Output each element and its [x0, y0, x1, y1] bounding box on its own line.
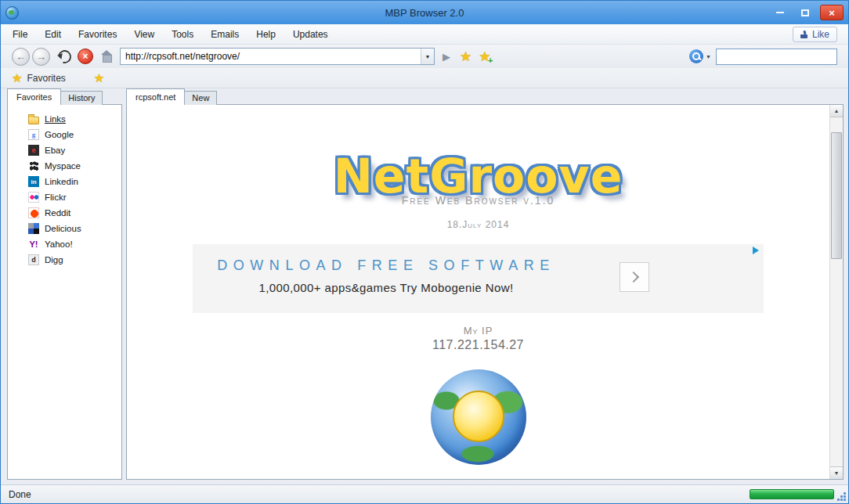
- sidebar-item-flickr[interactable]: Flickr: [8, 189, 121, 205]
- address-bar: ▼: [120, 48, 435, 65]
- minimize-icon: [776, 12, 784, 13]
- go-arrow-icon: ▶: [443, 51, 450, 63]
- address-input[interactable]: [121, 49, 421, 64]
- search-magnifier-icon[interactable]: [689, 49, 703, 63]
- delicious-icon: [28, 223, 39, 234]
- browser-window: MBP Browser 2.0 × File Edit Favorites Vi…: [0, 0, 849, 504]
- menu-file[interactable]: File: [4, 26, 36, 43]
- menu-edit[interactable]: Edit: [36, 26, 70, 43]
- ad-banner[interactable]: DOWNLOAD FREE SOFTWARE 1,000,000+ apps&g…: [193, 244, 764, 313]
- maximize-icon: [801, 9, 809, 16]
- sidebar-item-ebay[interactable]: e Ebay: [8, 142, 121, 158]
- chevron-right-icon: [627, 272, 638, 283]
- ad-text-block: DOWNLOAD FREE SOFTWARE 1,000,000+ apps&g…: [194, 244, 578, 294]
- page-date: 18.July 2014: [127, 219, 829, 230]
- ad-next-button[interactable]: [620, 262, 649, 292]
- linkedin-icon: in: [28, 176, 39, 187]
- sidebar-item-label: Myspace: [45, 161, 81, 171]
- status-text: Done: [9, 489, 31, 500]
- sidebar-item-label: Google: [45, 130, 74, 139]
- sidebar-item-reddit[interactable]: Reddit: [8, 205, 121, 221]
- star-icon: ★: [94, 71, 104, 85]
- sidebar-item-label: Delicious: [45, 224, 81, 233]
- resize-grip[interactable]: [836, 491, 847, 502]
- sidebar-item-label: Ebay: [45, 146, 65, 155]
- digg-icon: d: [28, 254, 39, 265]
- scroll-up-button[interactable]: ▲: [830, 105, 843, 117]
- page-subtitle: Free Web Browser v.1.0: [127, 194, 829, 207]
- navigation-toolbar: ← → × ▼ ▶ ★ ★+ ▼: [1, 45, 848, 68]
- back-button[interactable]: ←: [12, 48, 30, 66]
- vertical-scrollbar[interactable]: ▲ ▼: [829, 105, 843, 479]
- favorites-star-button[interactable]: ★: [460, 50, 471, 63]
- sidebar-item-google[interactable]: g Google: [8, 127, 121, 142]
- sidebar-item-delicious[interactable]: Delicious: [8, 221, 121, 236]
- sidebar-item-digg[interactable]: d Digg: [8, 252, 121, 268]
- web-page: NetGroove Free Web Browser v.1.0 18.July…: [127, 105, 829, 479]
- organize-favorites-button[interactable]: ★: [94, 72, 104, 84]
- browser-tab-strip: rcpsoft.net New: [126, 88, 216, 105]
- search-dropdown-caret-icon[interactable]: ▼: [706, 54, 711, 59]
- reddit-icon: [28, 207, 39, 218]
- google-icon: g: [28, 129, 39, 140]
- like-label: Like: [812, 29, 829, 40]
- sidebar-item-myspace[interactable]: Myspace: [8, 158, 121, 174]
- sidebar-item-linkedin[interactable]: in Linkedin: [8, 174, 121, 189]
- tab-favorites[interactable]: Favorites: [7, 88, 61, 105]
- sidebar-item-label: Linkedin: [45, 177, 78, 186]
- sidebar-item-label: Links: [45, 114, 66, 124]
- folder-icon: [28, 117, 39, 124]
- home-button[interactable]: [100, 50, 114, 63]
- favorites-bar: ★ Favorites ★: [1, 68, 848, 88]
- sidebar-item-label: Reddit: [45, 208, 70, 218]
- stop-button[interactable]: ×: [78, 49, 93, 64]
- yahoo-icon: Y!: [28, 239, 39, 250]
- forward-arrow-icon: →: [36, 51, 46, 63]
- add-favorite-button[interactable]: ★+: [479, 50, 490, 63]
- my-ip-label: My IP: [127, 325, 829, 337]
- close-button[interactable]: ×: [820, 5, 844, 20]
- scroll-up-arrow-icon: ▲: [834, 108, 840, 113]
- address-dropdown-button[interactable]: ▼: [421, 49, 434, 64]
- search-input[interactable]: [716, 49, 837, 65]
- thumbs-up-icon: [800, 31, 808, 38]
- forward-button[interactable]: →: [32, 48, 50, 66]
- scroll-down-arrow-icon: ▼: [834, 470, 840, 476]
- menu-view[interactable]: View: [125, 26, 163, 43]
- globe-bulb-image: [431, 369, 526, 465]
- scroll-down-button[interactable]: ▼: [830, 466, 843, 479]
- tab-new[interactable]: New: [184, 91, 217, 105]
- sidebar-item-label: Digg: [45, 255, 63, 265]
- maximize-button[interactable]: [795, 5, 815, 20]
- window-controls: ×: [770, 5, 844, 20]
- menu-favorites[interactable]: Favorites: [70, 26, 125, 43]
- scrollbar-thumb[interactable]: [831, 132, 842, 259]
- ebay-icon: e: [28, 145, 39, 156]
- flickr-icon: [28, 192, 39, 203]
- favorites-bar-star-icon: ★: [12, 72, 22, 84]
- tab-rcpsoft[interactable]: rcpsoft.net: [126, 88, 185, 105]
- favorites-bar-label[interactable]: Favorites: [27, 73, 65, 84]
- minimize-button[interactable]: [770, 5, 790, 20]
- star-icon: ★: [460, 49, 471, 64]
- menu-bar: File Edit Favorites View Tools Emails He…: [1, 24, 848, 45]
- menu-tools[interactable]: Tools: [163, 26, 202, 43]
- menu-emails[interactable]: Emails: [202, 26, 247, 43]
- sidebar-item-yahoo[interactable]: Y! Yahoo!: [8, 236, 121, 252]
- plus-icon: +: [488, 56, 493, 65]
- title-bar[interactable]: MBP Browser 2.0 ×: [1, 1, 848, 24]
- menu-help[interactable]: Help: [247, 26, 284, 43]
- sidebar-item-links[interactable]: Links: [8, 111, 121, 127]
- window-title: MBP Browser 2.0: [1, 7, 848, 19]
- go-button[interactable]: ▶: [443, 51, 450, 63]
- favorites-panel: Links g Google e Ebay Myspace in Linkedi…: [7, 104, 122, 480]
- facebook-like-button[interactable]: Like: [793, 27, 837, 42]
- stop-x-icon: ×: [82, 51, 88, 62]
- status-bar: Done: [1, 484, 848, 503]
- menu-updates[interactable]: Updates: [284, 26, 337, 43]
- chevron-down-icon: ▼: [425, 54, 431, 59]
- adchoices-triangle-icon[interactable]: [753, 247, 759, 254]
- browser-viewport: NetGroove Free Web Browser v.1.0 18.July…: [126, 104, 844, 480]
- tab-history[interactable]: History: [60, 91, 103, 105]
- refresh-button[interactable]: [56, 47, 74, 65]
